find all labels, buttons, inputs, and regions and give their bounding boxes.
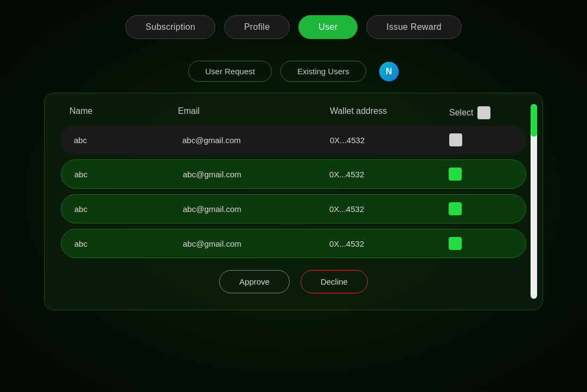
col-select: Select (449, 106, 520, 119)
user-tab[interactable]: User (298, 15, 358, 39)
row-name: abc (74, 136, 182, 145)
table-row: abc abc@gmail.com 0X...4532 (61, 159, 526, 189)
row-email: abc@gmail.com (183, 239, 329, 248)
bottom-actions: Approve Decline (61, 270, 526, 293)
col-wallet: Wallet address (330, 106, 449, 119)
row-email: abc@gmail.com (183, 204, 329, 214)
user-request-btn[interactable]: User Request (188, 61, 272, 82)
row-wallet: 0X...4532 (329, 170, 449, 179)
table-row: abc abc@gmail.com 0X...4532 (61, 229, 526, 258)
users-table-card: Name Email Wallet address Select abc abc… (44, 93, 543, 310)
scrollbar-track[interactable] (531, 104, 537, 299)
row-select (449, 133, 520, 146)
row-name: abc (74, 239, 183, 248)
row-email: abc@gmail.com (182, 136, 330, 145)
row-email: abc@gmail.com (183, 170, 329, 179)
top-navigation: Subscription Profile User Issue Reward (125, 15, 462, 39)
existing-users-btn[interactable]: Existing Users (280, 61, 366, 82)
scrollbar-thumb[interactable] (531, 104, 537, 137)
row-name: abc (74, 170, 183, 179)
col-email: Email (178, 106, 330, 119)
approve-button[interactable]: Approve (219, 270, 290, 293)
avatar: N (379, 62, 399, 81)
decline-button[interactable]: Decline (301, 270, 368, 293)
row-wallet: 0X...4532 (329, 204, 449, 214)
issue-reward-tab[interactable]: Issue Reward (366, 15, 461, 39)
row-checkbox[interactable] (449, 133, 462, 146)
row-wallet: 0X...4532 (330, 136, 449, 145)
row-wallet: 0X...4532 (329, 239, 449, 248)
row-name: abc (74, 204, 183, 214)
row-checkbox[interactable] (449, 202, 462, 215)
col-name: Name (69, 106, 178, 119)
select-all-toggle[interactable] (477, 106, 490, 119)
profile-tab[interactable]: Profile (224, 15, 290, 39)
row-checkbox[interactable] (449, 237, 462, 250)
sub-navigation: User Request Existing Users N (188, 61, 399, 82)
row-checkbox[interactable] (449, 168, 462, 181)
table-row: abc abc@gmail.com 0X...4532 (61, 194, 526, 223)
subscription-tab[interactable]: Subscription (125, 15, 215, 39)
row-select (449, 168, 519, 181)
table-header: Name Email Wallet address Select (61, 106, 526, 126)
row-select (449, 202, 519, 215)
row-select (449, 237, 519, 250)
table-row: abc abc@gmail.com 0X...4532 (61, 126, 526, 154)
